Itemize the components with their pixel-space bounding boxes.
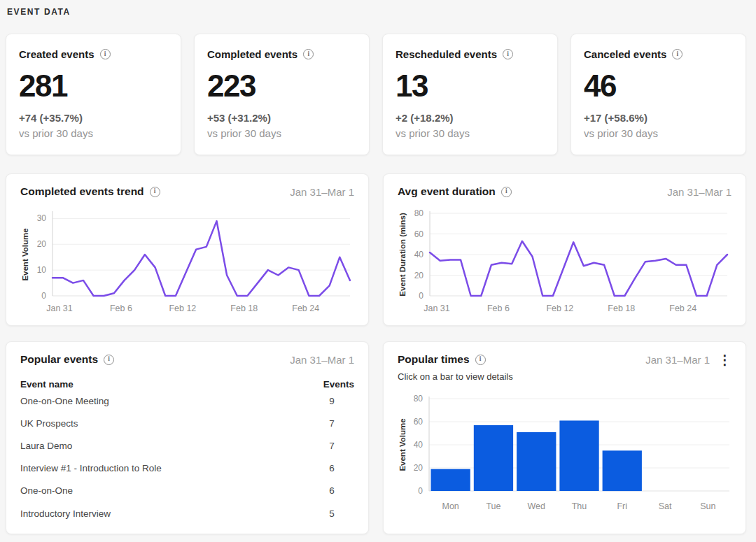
stat-caption: vs prior 30 days xyxy=(19,127,168,139)
y-tick-label: 80 xyxy=(414,394,424,404)
x-tick-label: Fri xyxy=(617,501,627,511)
charts-row: Completed events trend i Jan 31–Mar 1 01… xyxy=(6,173,746,326)
y-tick-label: 40 xyxy=(414,250,424,259)
y-tick-label: 10 xyxy=(37,265,47,275)
stat-title: Canceled events xyxy=(584,48,666,60)
stat-value: 13 xyxy=(396,69,545,104)
chart-title: Completed events trend xyxy=(20,185,144,198)
x-tick-label: Feb 12 xyxy=(169,304,196,313)
bar-wed[interactable] xyxy=(517,432,556,491)
stat-title: Rescheduled events xyxy=(396,48,497,60)
y-tick-label: 80 xyxy=(414,208,424,218)
x-tick-label: Tue xyxy=(486,501,500,511)
date-range-label: Jan 31–Mar 1 xyxy=(645,354,710,366)
chart-title: Popular times xyxy=(398,353,470,366)
section-title: EVENT DATA xyxy=(6,7,746,17)
info-icon[interactable]: i xyxy=(475,355,486,365)
x-tick-label: Jan 31 xyxy=(46,304,73,313)
x-tick-label: Thu xyxy=(572,501,587,511)
table-row: One-on-One 6 xyxy=(20,480,354,502)
info-icon[interactable]: i xyxy=(503,49,513,59)
column-header-events: Events xyxy=(309,379,354,390)
table-row: One-on-One Meeting 9 xyxy=(20,390,354,412)
event-count: 9 xyxy=(309,396,354,406)
stat-card-canceled-events: Canceled events i 46 +17 (+58.6%) vs pri… xyxy=(570,34,746,155)
y-tick-label: 20 xyxy=(414,463,424,473)
date-range-label: Jan 31–Mar 1 xyxy=(290,354,354,366)
line-series xyxy=(52,221,350,296)
avg-event-duration-chart[interactable]: 020406080Event Duration (mins)Jan 31Feb … xyxy=(398,206,732,317)
y-tick-label: 60 xyxy=(414,417,424,427)
date-range-label: Jan 31–Mar 1 xyxy=(290,186,354,198)
stat-value: 223 xyxy=(207,69,356,104)
bar-fri[interactable] xyxy=(603,450,642,491)
stat-title: Completed events xyxy=(207,48,298,60)
x-tick-label: Feb 18 xyxy=(230,304,258,313)
bottom-row: Popular events i Jan 31–Mar 1 Event name… xyxy=(6,341,746,534)
bar-mon[interactable] xyxy=(431,469,470,491)
event-count: 7 xyxy=(309,418,354,429)
event-name: UK Prospects xyxy=(20,418,78,429)
x-tick-label: Feb 24 xyxy=(292,304,319,313)
stat-delta: +2 (+18.2%) xyxy=(396,112,545,124)
y-tick-label: 0 xyxy=(419,291,424,301)
event-count: 6 xyxy=(309,463,354,473)
x-tick-label: Jan 31 xyxy=(424,304,450,313)
date-range-label: Jan 31–Mar 1 xyxy=(667,186,732,198)
stat-value: 281 xyxy=(19,69,168,104)
bar-tue[interactable] xyxy=(474,425,513,491)
info-icon[interactable]: i xyxy=(303,49,314,59)
event-count: 5 xyxy=(309,508,354,519)
x-tick-label: Feb 24 xyxy=(669,304,696,313)
chart-title: Popular events xyxy=(20,353,98,366)
popular-events-card: Popular events i Jan 31–Mar 1 Event name… xyxy=(6,341,369,534)
table-row: Introductory Interview 5 xyxy=(20,502,354,525)
x-tick-label: Sun xyxy=(700,501,715,511)
bar-thu[interactable] xyxy=(559,420,598,491)
stat-delta: +53 (+31.2%) xyxy=(207,112,356,124)
y-tick-label: 60 xyxy=(414,229,424,239)
kebab-menu-icon[interactable]: ⋮ xyxy=(718,355,732,365)
info-icon[interactable]: i xyxy=(672,49,682,59)
event-count: 7 xyxy=(309,441,354,451)
y-tick-label: 40 xyxy=(414,440,424,450)
event-name: One-on-One Meeting xyxy=(20,396,109,406)
completed-events-trend-card: Completed events trend i Jan 31–Mar 1 01… xyxy=(6,173,369,326)
event-data-dashboard: EVENT DATA Created events i 281 +74 (+35… xyxy=(0,0,756,534)
chart-title: Avg event duration xyxy=(398,185,496,198)
x-tick-label: Feb 6 xyxy=(110,304,132,313)
stat-caption: vs prior 30 days xyxy=(207,127,356,139)
table-row: Interview #1 - Introduction to Role 6 xyxy=(20,457,354,480)
stat-title: Created events xyxy=(19,48,94,60)
completed-events-trend-chart[interactable]: 0102030Event VolumeJan 31Feb 6Feb 12Feb … xyxy=(20,206,354,317)
stat-caption: vs prior 30 days xyxy=(584,127,733,139)
info-icon[interactable]: i xyxy=(501,187,512,197)
table-header-row: Event name Events xyxy=(20,379,354,390)
info-icon[interactable]: i xyxy=(150,187,160,197)
y-axis-title: Event Duration (mins) xyxy=(398,213,407,297)
event-name: Laura Demo xyxy=(20,441,72,451)
event-name: Introductory Interview xyxy=(20,508,111,519)
popular-times-card: Popular times i Jan 31–Mar 1 ⋮ Click on … xyxy=(383,341,746,534)
info-icon[interactable]: i xyxy=(100,49,111,59)
chart-subtitle: Click on a bar to view details xyxy=(398,371,732,382)
x-tick-label: Feb 12 xyxy=(546,304,573,313)
avg-event-duration-card: Avg event duration i Jan 31–Mar 1 020406… xyxy=(383,173,746,326)
x-tick-label: Mon xyxy=(442,501,458,511)
stat-delta: +17 (+58.6%) xyxy=(584,112,733,124)
y-tick-label: 30 xyxy=(37,213,47,223)
table-row: Laura Demo 7 xyxy=(20,434,354,457)
x-tick-label: Feb 6 xyxy=(487,304,510,313)
y-tick-label: 20 xyxy=(414,271,424,280)
table-row: UK Prospects 7 xyxy=(20,412,354,434)
stat-card-rescheduled-events: Rescheduled events i 13 +2 (+18.2%) vs p… xyxy=(382,34,558,155)
event-name: Interview #1 - Introduction to Role xyxy=(20,463,162,473)
y-tick-label: 0 xyxy=(418,486,423,496)
column-header-event-name: Event name xyxy=(20,379,74,390)
event-name: One-on-One xyxy=(20,485,73,496)
stat-delta: +74 (+35.7%) xyxy=(19,112,168,124)
event-count: 6 xyxy=(309,485,354,496)
popular-times-chart[interactable]: 020406080Event VolumeMonTueWedThuFriSatS… xyxy=(398,390,732,515)
info-icon[interactable]: i xyxy=(104,355,114,365)
y-tick-label: 20 xyxy=(37,239,47,249)
